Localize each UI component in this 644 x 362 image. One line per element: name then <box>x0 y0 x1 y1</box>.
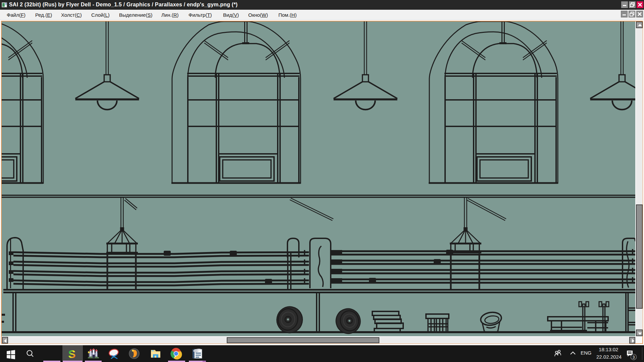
svg-text:S: S <box>68 348 76 360</box>
svg-text:3: 3 <box>633 355 635 360</box>
